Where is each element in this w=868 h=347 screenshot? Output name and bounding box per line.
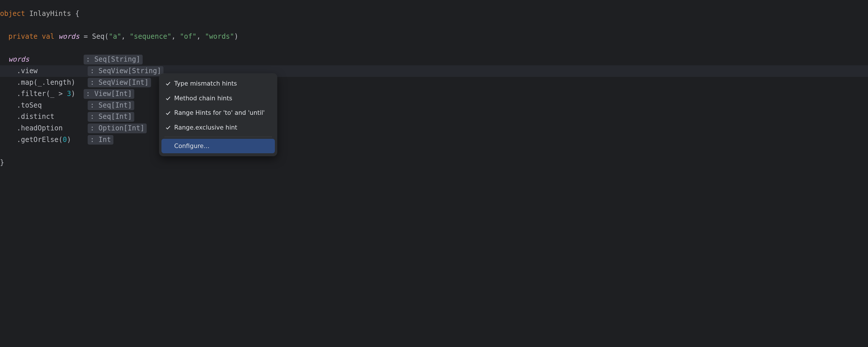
method-distinct: .distinct [17, 113, 54, 121]
brace-close: } [0, 158, 4, 166]
inlay-hint-type[interactable]: : Seq[String] [84, 55, 143, 64]
check-icon [165, 81, 171, 86]
string-literal: "of" [180, 32, 196, 40]
method-view: .view [17, 67, 38, 75]
menu-item-method-chain[interactable]: Method chain hints [161, 91, 275, 106]
code-line: .distinct : Seq[Int] [0, 111, 868, 123]
code-line: .filter(_ > 3) : View[Int] [0, 88, 868, 100]
type-name: InlayHints [29, 9, 71, 18]
menu-item-range-exclusive[interactable]: Range.exclusive hint [161, 120, 275, 135]
menu-item-label: Range Hints for 'to' and 'until' [174, 108, 265, 118]
code-line: object InlayHints { [0, 8, 868, 20]
check-icon [165, 111, 171, 116]
inlay-hint-type[interactable]: : Seq[Int] [88, 112, 134, 122]
code-line-highlighted: .view : SeqView[String] [0, 65, 868, 77]
string-literal: "sequence" [130, 32, 172, 40]
inlay-hint-type[interactable]: : View[Int] [84, 89, 134, 99]
inlay-hint-type[interactable]: : SeqView[String] [88, 66, 163, 76]
string-literal: "words" [205, 32, 234, 40]
menu-item-configure[interactable]: Configure... [161, 139, 275, 154]
code-line-blank [0, 42, 868, 54]
string-literal: "a" [109, 32, 121, 40]
menu-item-type-mismatch[interactable]: Type mismatch hints [161, 76, 275, 91]
check-icon [165, 125, 171, 130]
method-toSeq: .toSeq [17, 101, 42, 109]
equals-op: = [84, 32, 88, 40]
identifier-words: words [58, 32, 79, 40]
method-getOrElse: .getOrElse [17, 136, 59, 144]
menu-item-label: Method chain hints [174, 93, 232, 103]
number-literal: 3 [67, 90, 71, 98]
identifier-words-ref: words [8, 55, 29, 63]
code-line: .headOption : Option[Int] [0, 123, 868, 134]
menu-separator [164, 137, 272, 137]
code-line: private val words = Seq("a", "sequence",… [0, 31, 868, 42]
menu-item-range-hints[interactable]: Range Hints for 'to' and 'until' [161, 105, 275, 120]
check-icon [165, 96, 171, 101]
code-line: } [0, 157, 868, 168]
keyword-private: private [8, 32, 38, 40]
method-map: .map [17, 78, 34, 87]
code-line: .map(_.length) : SeqView[Int] [0, 77, 868, 89]
code-line-blank [0, 146, 868, 157]
inlay-hint-type[interactable]: : Seq[Int] [88, 101, 134, 111]
menu-item-label: Range.exclusive hint [174, 123, 237, 133]
code-line: words : Seq[String] [0, 54, 868, 65]
seq-call: Seq [92, 32, 104, 40]
code-editor[interactable]: object InlayHints { private val words = … [0, 8, 868, 168]
code-line-blank [0, 20, 868, 31]
keyword-val: val [42, 32, 54, 40]
inlay-hints-context-menu: Type mismatch hints Method chain hints R… [159, 73, 277, 156]
menu-item-label: Configure... [174, 141, 210, 151]
inlay-hint-type[interactable]: : SeqView[Int] [88, 78, 151, 88]
number-literal: 0 [63, 136, 67, 144]
code-line: .getOrElse(0) : Int [0, 134, 868, 146]
code-line: .toSeq : Seq[Int] [0, 100, 868, 111]
brace-open: { [75, 9, 79, 18]
inlay-hint-type[interactable]: : Int [88, 135, 113, 145]
method-filter: .filter [17, 90, 46, 98]
menu-item-label: Type mismatch hints [174, 78, 237, 89]
keyword-object: object [0, 9, 25, 18]
method-headOption: .headOption [17, 124, 63, 132]
inlay-hint-type[interactable]: : Option[Int] [88, 124, 147, 133]
